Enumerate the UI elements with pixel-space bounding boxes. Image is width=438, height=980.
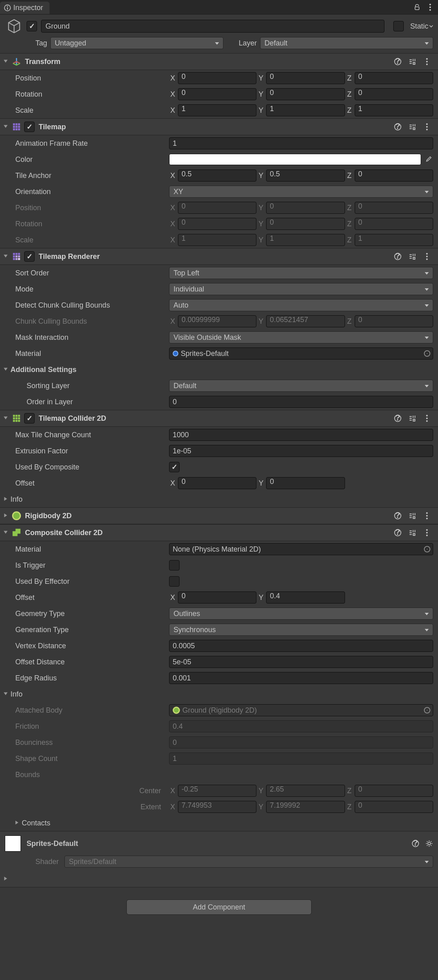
tm-rotation-label: Rotation xyxy=(4,220,169,228)
scale-y[interactable]: 1 xyxy=(266,104,345,116)
anim-rate-field[interactable]: 1 xyxy=(169,137,433,149)
mode-dropdown[interactable]: Individual xyxy=(169,283,433,295)
transform-header[interactable]: Transform ? xyxy=(0,53,438,70)
preset-icon[interactable] xyxy=(408,414,416,422)
comp-material-field[interactable]: None (Physics Material 2D) xyxy=(169,543,433,555)
comp-offset-y[interactable]: 0.4 xyxy=(266,591,345,604)
foldout-icon[interactable] xyxy=(3,124,9,130)
shader-dropdown[interactable]: Sprites/Default xyxy=(64,856,433,868)
anchor-x[interactable]: 0.5 xyxy=(178,170,256,182)
help-icon[interactable]: ? xyxy=(394,529,402,537)
foldout-icon[interactable] xyxy=(3,496,9,502)
svg-point-51 xyxy=(426,415,428,416)
rotation-y[interactable]: 0 xyxy=(266,88,345,100)
trigger-checkbox[interactable] xyxy=(169,560,180,571)
sort-order-dropdown[interactable]: Top Left xyxy=(169,267,433,279)
geometry-dropdown[interactable]: Outlines xyxy=(169,608,433,620)
gear-icon[interactable] xyxy=(425,839,433,848)
foldout-icon[interactable] xyxy=(3,513,9,519)
rigidbody-header[interactable]: Rigidbody 2D ? xyxy=(0,507,438,524)
offset-y[interactable]: 0 xyxy=(266,477,345,489)
tilemap-enabled-checkbox[interactable] xyxy=(24,122,35,132)
scale-x[interactable]: 1 xyxy=(178,104,256,116)
tilemap-header[interactable]: Tilemap ? xyxy=(0,118,438,135)
svg-rect-30 xyxy=(16,256,18,258)
static-dropdown[interactable]: Static xyxy=(410,22,433,31)
foldout-icon[interactable] xyxy=(3,367,9,372)
help-icon[interactable]: ? xyxy=(394,512,402,520)
layer-dropdown[interactable]: Default xyxy=(260,37,433,49)
preset-icon[interactable] xyxy=(408,252,416,261)
menu-icon[interactable] xyxy=(423,414,431,422)
tag-dropdown[interactable]: Untagged xyxy=(50,37,223,49)
menu-icon[interactable] xyxy=(423,512,431,520)
collider-header[interactable]: Tilemap Collider 2D ? xyxy=(0,410,438,427)
help-icon[interactable]: ? xyxy=(394,252,402,261)
scale-z[interactable]: 1 xyxy=(355,104,433,116)
menu-icon[interactable] xyxy=(423,529,431,537)
context-menu-icon[interactable] xyxy=(426,3,434,11)
extrusion-field[interactable]: 1e-05 xyxy=(169,445,433,457)
color-field[interactable] xyxy=(169,154,421,165)
foldout-icon[interactable] xyxy=(3,876,9,882)
foldout-icon[interactable] xyxy=(3,530,9,535)
used-composite-checkbox[interactable] xyxy=(169,462,180,472)
foldout-icon[interactable] xyxy=(3,59,9,64)
add-component-button[interactable]: Add Component xyxy=(126,899,312,915)
foldout-icon[interactable] xyxy=(3,416,9,421)
rotation-x[interactable]: 0 xyxy=(178,88,256,100)
eyedropper-icon[interactable] xyxy=(424,156,433,163)
vertex-field[interactable]: 0.0005 xyxy=(169,640,433,652)
position-y[interactable]: 0 xyxy=(266,72,345,84)
material-field[interactable]: Sprites-Default xyxy=(169,347,433,360)
preset-icon[interactable] xyxy=(408,123,416,131)
inspector-tab[interactable]: Inspector xyxy=(0,2,50,14)
position-x[interactable]: 0 xyxy=(178,72,256,84)
foldout-icon[interactable] xyxy=(3,254,9,259)
help-icon[interactable]: ? xyxy=(394,414,402,422)
edge-field[interactable]: 0.001 xyxy=(169,672,433,684)
lock-icon[interactable] xyxy=(413,3,421,11)
gameobject-name-field[interactable]: Ground xyxy=(41,20,384,33)
position-z[interactable]: 0 xyxy=(355,72,433,84)
tag-label: Tag xyxy=(35,39,47,48)
orientation-dropdown[interactable]: XY xyxy=(169,186,433,198)
object-picker-icon[interactable] xyxy=(424,350,430,357)
material-header[interactable]: Sprites-Default ? xyxy=(0,831,438,856)
offset-dist-field[interactable]: 5e-05 xyxy=(169,656,433,668)
sorting-layer-dropdown[interactable]: Default xyxy=(169,380,433,392)
static-checkbox[interactable] xyxy=(393,21,404,31)
composite-header[interactable]: Composite Collider 2D ? xyxy=(0,524,438,541)
gameobject-icon[interactable] xyxy=(6,18,23,35)
offset-x[interactable]: 0 xyxy=(178,477,256,489)
comp-offset-x[interactable]: 0 xyxy=(178,591,256,604)
menu-icon[interactable] xyxy=(423,58,431,66)
help-icon[interactable]: ? xyxy=(394,123,402,131)
collider-enabled-checkbox[interactable] xyxy=(24,413,35,424)
foldout-icon[interactable] xyxy=(14,820,20,826)
help-icon[interactable]: ? xyxy=(411,839,419,848)
effector-checkbox[interactable] xyxy=(169,576,180,587)
renderer-header[interactable]: Tilemap Renderer ? xyxy=(0,248,438,265)
preset-icon[interactable] xyxy=(408,512,416,520)
collider-offset-label: Offset xyxy=(4,479,169,488)
preset-icon[interactable] xyxy=(408,58,416,66)
anchor-y[interactable]: 0.5 xyxy=(266,170,345,182)
object-picker-icon[interactable] xyxy=(424,546,430,552)
preset-icon[interactable] xyxy=(408,529,416,537)
anchor-z[interactable]: 0 xyxy=(355,170,433,182)
help-icon[interactable]: ? xyxy=(394,58,402,66)
svg-point-64 xyxy=(426,532,428,533)
foldout-icon[interactable] xyxy=(3,691,9,697)
renderer-enabled-checkbox[interactable] xyxy=(24,251,35,262)
generation-dropdown[interactable]: Synchronous xyxy=(169,624,433,636)
order-field[interactable]: 0 xyxy=(169,396,433,408)
max-tile-field[interactable]: 1000 xyxy=(169,429,433,441)
gameobject-active-checkbox[interactable] xyxy=(27,21,37,31)
extrusion-label: Extrusion Factor xyxy=(4,447,169,455)
mask-dropdown[interactable]: Visible Outside Mask xyxy=(169,331,433,343)
detect-dropdown[interactable]: Auto xyxy=(169,299,433,311)
menu-icon[interactable] xyxy=(423,252,431,261)
rotation-z[interactable]: 0 xyxy=(355,88,433,100)
menu-icon[interactable] xyxy=(423,123,431,131)
